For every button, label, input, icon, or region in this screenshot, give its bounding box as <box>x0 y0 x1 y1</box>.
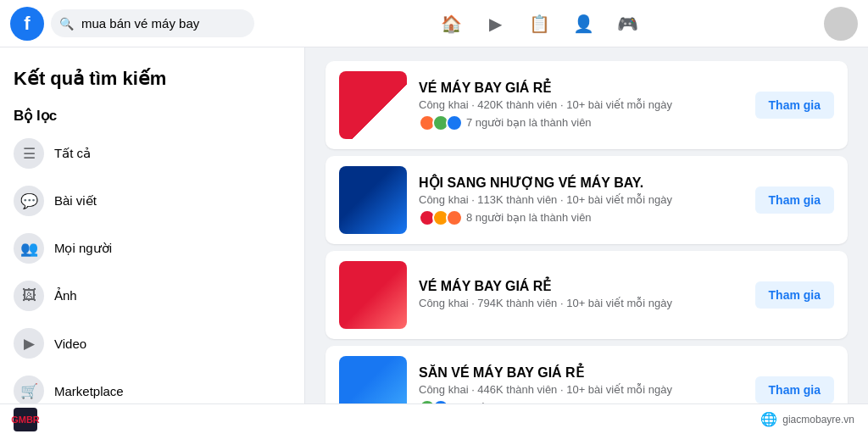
join-btn-2[interactable]: Tham gia <box>755 186 834 214</box>
sidebar-item-anh-label: Ảnh <box>54 288 77 303</box>
gmbr-logo: GMBR <box>14 408 37 431</box>
sidebar-item-video-label: Video <box>54 337 86 351</box>
globe-icon: 🌐 <box>760 411 777 427</box>
search-wrapper: 🔍 <box>51 9 254 37</box>
sidebar-item-tat-ca[interactable]: ☰ Tất cả <box>7 130 298 177</box>
group-meta-1: Công khai · 420K thành viên · 10+ bài vi… <box>419 98 743 111</box>
sidebar-item-marketplace-label: Marketplace <box>54 384 124 398</box>
group-thumb-2 <box>339 166 407 234</box>
topnav: f 🔍 🏠 ▶ 📋 👤 🎮 <box>0 0 868 47</box>
tat-ca-icon: ☰ <box>14 138 44 169</box>
search-icon-nav: 🔍 <box>59 17 74 31</box>
friend-avatar <box>446 114 463 131</box>
sidebar-item-tat-ca-label: Tất cả <box>54 146 91 161</box>
group-meta-3: Công khai · 794K thành viên · 10+ bài vi… <box>419 297 743 309</box>
marketplace-icon: 🛒 <box>14 376 44 406</box>
group-meta-4: Công khai · 446K thành viên · 10+ bài vi… <box>419 383 743 396</box>
friend-avatar <box>446 209 463 226</box>
filter-section-label: Bộ lọc <box>7 100 298 130</box>
join-btn-1[interactable]: Tham gia <box>755 92 834 119</box>
group-thumb-3 <box>339 261 407 329</box>
group-info-3: VÉ MÁY BAY GIÁ RẺ Công khai · 794K thành… <box>419 278 743 313</box>
footer-website: giacmobayre.vn <box>782 414 854 426</box>
footer-right: 🌐 giacmobayre.vn <box>760 411 854 427</box>
video-nav-btn[interactable]: ▶ <box>475 3 515 44</box>
join-btn-3[interactable]: Tham gia <box>755 281 834 309</box>
marketplace-nav-btn[interactable]: 📋 <box>519 3 559 44</box>
search-input[interactable] <box>51 9 254 37</box>
footer: GMBR 🌐 giacmobayre.vn <box>0 403 868 434</box>
group-friends-2: 8 người bạn là thành viên <box>419 209 743 226</box>
friends-text-2: 8 người bạn là thành viên <box>466 211 592 224</box>
sidebar-item-bai-viet[interactable]: 💬 Bài viết <box>7 177 298 225</box>
group-name-2: HỘI SANG NHƯỢNG VÉ MÁY BAY. <box>419 175 743 191</box>
group-friends-1: 7 người bạn là thành viên <box>419 114 743 131</box>
sidebar-item-anh[interactable]: 🖼 Ảnh <box>7 272 298 320</box>
friend-avatars-2 <box>419 209 463 226</box>
anh-icon: 🖼 <box>14 281 44 311</box>
home-nav-btn[interactable]: 🏠 <box>431 3 471 44</box>
topnav-center: 🏠 ▶ 📋 👤 🎮 <box>261 3 817 44</box>
video-icon: ▶ <box>14 328 44 359</box>
main-layout: Kết quả tìm kiếm Bộ lọc ☰ Tất cả 💬 Bài v… <box>0 47 868 434</box>
group-card-1: VÉ MÁY BAY GIÁ RẺ Công khai · 420K thành… <box>326 61 848 149</box>
bai-viet-icon: 💬 <box>14 186 44 216</box>
facebook-logo: f <box>10 7 44 41</box>
sidebar-item-moi-nguoi-label: Mọi người <box>54 241 112 256</box>
footer-logo-area: GMBR <box>14 408 37 431</box>
profile-nav-btn[interactable]: 👤 <box>563 3 604 44</box>
user-avatar-btn[interactable] <box>824 7 858 41</box>
friends-text-1: 7 người bạn là thành viên <box>466 116 592 129</box>
group-name-4: SĂN VÉ MÁY BAY GIÁ RẺ <box>419 364 743 381</box>
topnav-right <box>824 7 858 41</box>
group-name-1: VÉ MÁY BAY GIÁ RẺ <box>419 80 743 96</box>
group-card-2: HỘI SANG NHƯỢNG VÉ MÁY BAY. Công khai · … <box>326 156 848 244</box>
group-meta-2: Công khai · 113K thành viên · 10+ bài vi… <box>419 193 743 206</box>
group-name-3: VÉ MÁY BAY GIÁ RẺ <box>419 278 743 294</box>
moi-nguoi-icon: 👥 <box>14 233 44 264</box>
main-content: VÉ MÁY BAY GIÁ RẺ Công khai · 420K thành… <box>305 47 868 434</box>
group-info-2: HỘI SANG NHƯỢNG VÉ MÁY BAY. Công khai · … <box>419 175 743 226</box>
join-btn-4[interactable]: Tham gia <box>755 376 834 403</box>
sidebar-item-bai-viet-label: Bài viết <box>54 193 97 209</box>
group-info-1: VÉ MÁY BAY GIÁ RẺ Công khai · 420K thành… <box>419 80 743 131</box>
sidebar-item-video[interactable]: ▶ Video <box>7 320 298 367</box>
group-card-3: VÉ MÁY BAY GIÁ RẺ Công khai · 794K thành… <box>326 251 848 339</box>
sidebar: Kết quả tìm kiếm Bộ lọc ☰ Tất cả 💬 Bài v… <box>0 47 305 434</box>
sidebar-title: Kết quả tìm kiếm <box>7 61 298 100</box>
sidebar-item-moi-nguoi[interactable]: 👥 Mọi người <box>7 225 298 272</box>
friend-avatars-1 <box>419 114 463 131</box>
gaming-nav-btn[interactable]: 🎮 <box>607 3 648 44</box>
group-thumb-1 <box>339 71 407 139</box>
logo-text: GMBR <box>11 415 40 425</box>
